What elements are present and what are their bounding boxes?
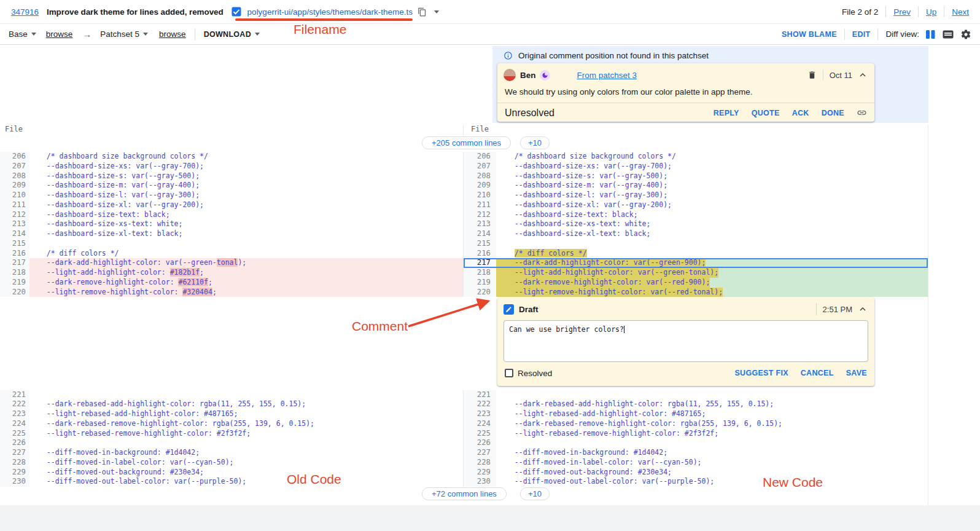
draft-text-input[interactable]: Can we use brighter colors? bbox=[504, 320, 868, 362]
line-number[interactable]: 208 bbox=[0, 171, 29, 181]
line-number[interactable]: 213 bbox=[464, 219, 496, 229]
code-line[interactable]: --light-rebased-remove-highlight-color: … bbox=[496, 429, 928, 439]
code-line[interactable]: --dark-add-highlight-color: var(--green-… bbox=[496, 258, 928, 268]
line-number[interactable]: 215 bbox=[464, 239, 496, 249]
code-line[interactable]: --light-rebased-add-highlight-color: #48… bbox=[496, 409, 928, 419]
collapse-icon[interactable] bbox=[857, 304, 868, 315]
line-number[interactable]: 220 bbox=[464, 288, 496, 297]
line-number[interactable]: 206 bbox=[464, 152, 496, 162]
unified-view-icon[interactable] bbox=[943, 30, 954, 39]
line-number[interactable]: 214 bbox=[464, 229, 496, 239]
copy-link-icon[interactable] bbox=[857, 108, 867, 118]
code-line[interactable]: --dashboard-size-xs: var(--gray-700); bbox=[29, 162, 463, 171]
code-line[interactable] bbox=[496, 390, 928, 400]
line-number[interactable]: 217 bbox=[464, 258, 496, 268]
download-button[interactable]: DOWNLOAD bbox=[204, 30, 260, 39]
line-number[interactable]: 210 bbox=[464, 191, 496, 200]
next-file-link[interactable]: Next bbox=[952, 7, 969, 17]
expand-lines-button[interactable]: +10 bbox=[520, 136, 550, 149]
line-number[interactable]: 209 bbox=[464, 181, 496, 191]
line-number[interactable]: 221 bbox=[0, 390, 29, 400]
code-line[interactable]: --dashboard-size-xl-text: black; bbox=[496, 229, 928, 239]
code-line[interactable]: /* diff colors */ bbox=[29, 249, 463, 259]
code-line[interactable]: --dark-rebased-remove-highlight-color: r… bbox=[496, 419, 928, 429]
line-number[interactable]: 209 bbox=[0, 181, 29, 191]
line-number[interactable]: 229 bbox=[0, 468, 29, 478]
reply-button[interactable]: REPLY bbox=[714, 109, 739, 117]
code-line[interactable]: --dashboard-size-m: var(--gray-400); bbox=[496, 181, 928, 191]
from-patchset-link[interactable]: From patchset 3 bbox=[577, 71, 637, 80]
line-number[interactable]: 219 bbox=[464, 278, 496, 288]
line-number[interactable]: 206 bbox=[0, 152, 29, 162]
code-line[interactable] bbox=[29, 390, 463, 400]
line-number[interactable]: 214 bbox=[0, 229, 29, 239]
copy-icon[interactable] bbox=[418, 7, 427, 17]
line-number[interactable]: 225 bbox=[0, 429, 29, 439]
code-line[interactable]: --diff-moved-in-label-color: var(--cyan-… bbox=[29, 458, 463, 468]
line-number[interactable]: 226 bbox=[464, 438, 496, 448]
line-number[interactable]: 227 bbox=[464, 448, 496, 458]
line-number[interactable]: 222 bbox=[464, 399, 496, 409]
patchset-dropdown[interactable]: Patchset 5 bbox=[100, 30, 148, 39]
line-number[interactable]: 228 bbox=[464, 458, 496, 468]
line-number[interactable]: 222 bbox=[0, 399, 29, 409]
code-line[interactable]: /* dashboard size background colors */ bbox=[29, 152, 463, 162]
code-line[interactable]: --dark-remove-highlight-color: var(--red… bbox=[496, 278, 928, 288]
reviewed-checkbox[interactable] bbox=[231, 7, 241, 17]
code-line[interactable]: --dashboard-size-xl-text: black; bbox=[29, 229, 463, 239]
line-number[interactable]: 210 bbox=[0, 191, 29, 200]
line-number[interactable]: 230 bbox=[464, 477, 496, 487]
code-line[interactable]: --dashboard-size-m: var(--gray-400); bbox=[29, 181, 463, 191]
code-line[interactable]: --dashboard-size-xl: var(--gray-200); bbox=[29, 200, 463, 210]
code-line[interactable]: --diff-moved-out-background: #230e34; bbox=[29, 468, 463, 478]
expand-lines-button[interactable]: +205 common lines bbox=[422, 136, 511, 149]
line-number[interactable]: 223 bbox=[464, 409, 496, 419]
code-line[interactable]: --light-remove-highlight-color: #320404; bbox=[29, 288, 463, 297]
line-number[interactable]: 220 bbox=[0, 288, 29, 297]
code-line[interactable]: --diff-moved-out-background: #230e34; bbox=[496, 468, 928, 478]
line-number[interactable]: 216 bbox=[0, 249, 29, 259]
code-line[interactable]: --dashboard-size-l: var(--gray-300); bbox=[496, 191, 928, 200]
line-number[interactable]: 208 bbox=[464, 171, 496, 181]
line-number[interactable]: 227 bbox=[0, 448, 29, 458]
settings-gear-icon[interactable] bbox=[960, 29, 971, 40]
line-number[interactable]: 207 bbox=[464, 162, 496, 171]
code-line[interactable]: --dashboard-size-xs: var(--gray-700); bbox=[496, 162, 928, 171]
show-blame-button[interactable]: SHOW BLAME bbox=[782, 30, 837, 39]
suggest-fix-button[interactable]: SUGGEST FIX bbox=[734, 369, 788, 377]
code-line[interactable]: --dark-rebased-add-highlight-color: rgba… bbox=[29, 399, 463, 409]
code-line[interactable] bbox=[29, 239, 463, 249]
expand-lines-button[interactable]: +72 common lines bbox=[422, 487, 507, 500]
line-number[interactable]: 215 bbox=[0, 239, 29, 249]
file-dropdown-caret[interactable] bbox=[434, 10, 439, 14]
line-number[interactable]: 224 bbox=[0, 419, 29, 429]
line-number[interactable]: 226 bbox=[0, 438, 29, 448]
up-link[interactable]: Up bbox=[926, 7, 936, 17]
line-number[interactable]: 219 bbox=[0, 278, 29, 288]
line-number[interactable]: 211 bbox=[464, 200, 496, 210]
code-line[interactable]: --dashboard-size-text: black; bbox=[496, 210, 928, 220]
code-line[interactable]: --light-rebased-add-highlight-color: #48… bbox=[29, 409, 463, 419]
code-line[interactable]: --dashboard-size-xs-text: white; bbox=[29, 219, 463, 229]
resolved-checkbox[interactable] bbox=[505, 369, 513, 377]
line-number[interactable]: 212 bbox=[0, 210, 29, 220]
code-line[interactable]: --dashboard-size-xl: var(--gray-200); bbox=[496, 200, 928, 210]
line-number[interactable]: 221 bbox=[464, 390, 496, 400]
code-line[interactable]: --light-remove-highlight-color: var(--re… bbox=[496, 288, 928, 297]
code-line[interactable] bbox=[29, 438, 463, 448]
line-number[interactable]: 212 bbox=[464, 210, 496, 220]
line-number[interactable]: 229 bbox=[464, 468, 496, 478]
code-line[interactable]: --dashboard-size-xs-text: white; bbox=[496, 219, 928, 229]
change-number-link[interactable]: 347916 bbox=[11, 7, 39, 17]
line-number[interactable]: 218 bbox=[464, 268, 496, 278]
code-line[interactable]: --diff-moved-out-label-color: var(--purp… bbox=[496, 477, 928, 487]
code-line[interactable]: --light-add-highlight-color: var(--green… bbox=[496, 268, 928, 278]
line-number[interactable]: 223 bbox=[0, 409, 29, 419]
line-number[interactable]: 216 bbox=[464, 249, 496, 259]
code-line[interactable]: --diff-moved-out-label-color: var(--purp… bbox=[29, 477, 463, 487]
code-line[interactable]: --dark-add-highlight-color: var(--green-… bbox=[29, 258, 463, 268]
collapse-icon[interactable] bbox=[857, 69, 868, 81]
line-number[interactable]: 218 bbox=[0, 268, 29, 278]
edit-button[interactable]: EDIT bbox=[852, 30, 871, 39]
code-line[interactable]: --dark-rebased-add-highlight-color: rgba… bbox=[496, 399, 928, 409]
